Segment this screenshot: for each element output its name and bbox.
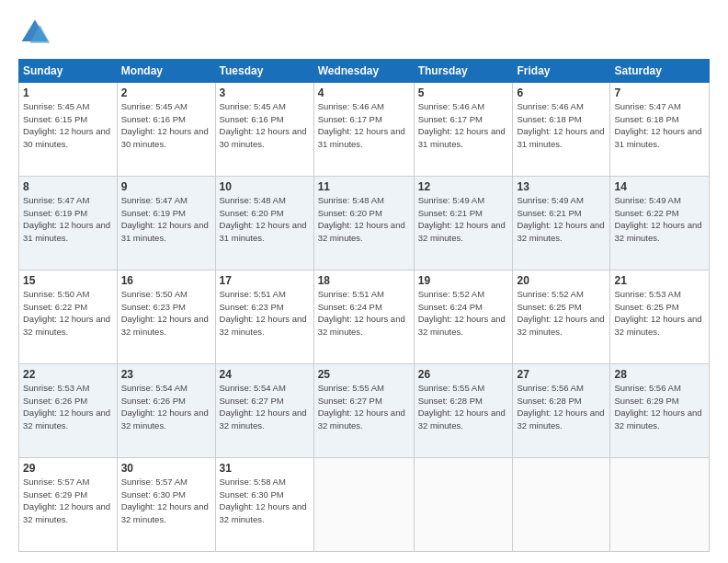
day-header-monday: Monday xyxy=(117,60,215,83)
day-info: Sunrise: 5:56 AMSunset: 6:28 PMDaylight:… xyxy=(517,383,604,431)
day-info: Sunrise: 5:47 AMSunset: 6:18 PMDaylight:… xyxy=(614,101,701,149)
day-number: 20 xyxy=(517,273,606,288)
day-info: Sunrise: 5:52 AMSunset: 6:24 PMDaylight:… xyxy=(418,289,506,337)
week-row-1: 1Sunrise: 5:45 AMSunset: 6:15 PMDaylight… xyxy=(19,83,710,177)
day-info: Sunrise: 5:57 AMSunset: 6:30 PMDaylight:… xyxy=(121,477,209,524)
day-info: Sunrise: 5:49 AMSunset: 6:21 PMDaylight:… xyxy=(418,195,506,243)
calendar-cell: 28Sunrise: 5:56 AMSunset: 6:29 PMDayligh… xyxy=(610,364,710,458)
calendar-cell: 13Sunrise: 5:49 AMSunset: 6:21 PMDayligh… xyxy=(513,177,610,270)
logo xyxy=(18,17,55,50)
calendar-cell: 30Sunrise: 5:57 AMSunset: 6:30 PMDayligh… xyxy=(117,458,215,552)
calendar-cell: 16Sunrise: 5:50 AMSunset: 6:23 PMDayligh… xyxy=(117,270,215,364)
day-number: 14 xyxy=(614,179,705,194)
day-info: Sunrise: 5:55 AMSunset: 6:28 PMDaylight:… xyxy=(418,383,506,431)
calendar-cell: 1Sunrise: 5:45 AMSunset: 6:15 PMDaylight… xyxy=(19,83,118,177)
day-info: Sunrise: 5:53 AMSunset: 6:25 PMDaylight:… xyxy=(614,289,701,337)
day-number: 31 xyxy=(220,461,310,476)
calendar-cell: 5Sunrise: 5:46 AMSunset: 6:17 PMDaylight… xyxy=(414,83,513,177)
calendar-cell: 29Sunrise: 5:57 AMSunset: 6:29 PMDayligh… xyxy=(19,458,118,552)
day-info: Sunrise: 5:49 AMSunset: 6:22 PMDaylight:… xyxy=(614,195,701,243)
calendar-cell: 17Sunrise: 5:51 AMSunset: 6:23 PMDayligh… xyxy=(215,270,313,364)
day-number: 6 xyxy=(517,86,606,100)
logo-icon xyxy=(18,17,51,50)
day-info: Sunrise: 5:45 AMSunset: 6:16 PMDaylight:… xyxy=(121,101,209,149)
calendar-cell: 6Sunrise: 5:46 AMSunset: 6:18 PMDaylight… xyxy=(513,83,610,177)
day-number: 26 xyxy=(418,367,509,382)
calendar-cell xyxy=(313,458,414,552)
calendar-cell: 15Sunrise: 5:50 AMSunset: 6:22 PMDayligh… xyxy=(19,270,118,364)
day-info: Sunrise: 5:49 AMSunset: 6:21 PMDaylight:… xyxy=(517,195,604,243)
calendar-cell: 9Sunrise: 5:47 AMSunset: 6:19 PMDaylight… xyxy=(117,177,215,270)
day-number: 7 xyxy=(614,86,705,100)
day-info: Sunrise: 5:46 AMSunset: 6:17 PMDaylight:… xyxy=(418,101,506,149)
day-info: Sunrise: 5:47 AMSunset: 6:19 PMDaylight:… xyxy=(121,195,209,243)
week-row-5: 29Sunrise: 5:57 AMSunset: 6:29 PMDayligh… xyxy=(19,458,710,552)
day-number: 29 xyxy=(23,461,113,476)
day-info: Sunrise: 5:47 AMSunset: 6:19 PMDaylight:… xyxy=(23,195,110,243)
day-info: Sunrise: 5:46 AMSunset: 6:17 PMDaylight:… xyxy=(318,101,405,149)
calendar-body: 1Sunrise: 5:45 AMSunset: 6:15 PMDaylight… xyxy=(19,83,710,552)
day-header-sunday: Sunday xyxy=(19,60,118,83)
header xyxy=(18,17,710,50)
day-info: Sunrise: 5:50 AMSunset: 6:22 PMDaylight:… xyxy=(23,289,110,337)
calendar-cell: 12Sunrise: 5:49 AMSunset: 6:21 PMDayligh… xyxy=(414,177,513,270)
day-number: 22 xyxy=(23,367,113,382)
day-info: Sunrise: 5:48 AMSunset: 6:20 PMDaylight:… xyxy=(220,195,307,243)
day-number: 12 xyxy=(418,179,509,194)
calendar-cell xyxy=(414,458,513,552)
day-number: 25 xyxy=(318,367,410,382)
calendar-cell: 4Sunrise: 5:46 AMSunset: 6:17 PMDaylight… xyxy=(313,83,414,177)
day-info: Sunrise: 5:55 AMSunset: 6:27 PMDaylight:… xyxy=(318,383,405,431)
day-number: 4 xyxy=(318,86,410,100)
day-number: 21 xyxy=(614,273,705,288)
day-number: 5 xyxy=(418,86,509,100)
calendar-cell: 8Sunrise: 5:47 AMSunset: 6:19 PMDaylight… xyxy=(19,177,118,270)
day-number: 18 xyxy=(318,273,410,288)
day-number: 9 xyxy=(121,179,211,194)
day-header-friday: Friday xyxy=(513,60,610,83)
week-row-4: 22Sunrise: 5:53 AMSunset: 6:26 PMDayligh… xyxy=(19,364,710,458)
day-number: 13 xyxy=(517,179,606,194)
calendar-cell: 23Sunrise: 5:54 AMSunset: 6:26 PMDayligh… xyxy=(117,364,215,458)
day-info: Sunrise: 5:50 AMSunset: 6:23 PMDaylight:… xyxy=(121,289,209,337)
calendar-cell: 21Sunrise: 5:53 AMSunset: 6:25 PMDayligh… xyxy=(610,270,710,364)
calendar-cell: 2Sunrise: 5:45 AMSunset: 6:16 PMDaylight… xyxy=(117,83,215,177)
calendar-cell: 25Sunrise: 5:55 AMSunset: 6:27 PMDayligh… xyxy=(313,364,414,458)
day-info: Sunrise: 5:51 AMSunset: 6:24 PMDaylight:… xyxy=(318,289,405,337)
day-info: Sunrise: 5:54 AMSunset: 6:27 PMDaylight:… xyxy=(220,383,307,431)
calendar-cell xyxy=(610,458,710,552)
day-info: Sunrise: 5:53 AMSunset: 6:26 PMDaylight:… xyxy=(23,383,110,431)
day-info: Sunrise: 5:57 AMSunset: 6:29 PMDaylight:… xyxy=(23,477,110,524)
day-info: Sunrise: 5:54 AMSunset: 6:26 PMDaylight:… xyxy=(121,383,209,431)
day-header-saturday: Saturday xyxy=(610,60,710,83)
calendar-cell: 11Sunrise: 5:48 AMSunset: 6:20 PMDayligh… xyxy=(313,177,414,270)
calendar-cell: 31Sunrise: 5:58 AMSunset: 6:30 PMDayligh… xyxy=(215,458,313,552)
calendar-cell: 7Sunrise: 5:47 AMSunset: 6:18 PMDaylight… xyxy=(610,83,710,177)
day-info: Sunrise: 5:46 AMSunset: 6:18 PMDaylight:… xyxy=(517,101,604,149)
day-number: 10 xyxy=(220,179,310,194)
day-number: 24 xyxy=(220,367,310,382)
day-number: 28 xyxy=(614,367,705,382)
calendar-cell: 3Sunrise: 5:45 AMSunset: 6:16 PMDaylight… xyxy=(215,83,313,177)
day-number: 2 xyxy=(121,86,211,100)
calendar-cell: 24Sunrise: 5:54 AMSunset: 6:27 PMDayligh… xyxy=(215,364,313,458)
calendar-cell: 14Sunrise: 5:49 AMSunset: 6:22 PMDayligh… xyxy=(610,177,710,270)
day-number: 23 xyxy=(121,367,211,382)
week-row-2: 8Sunrise: 5:47 AMSunset: 6:19 PMDaylight… xyxy=(19,177,710,270)
calendar-cell: 10Sunrise: 5:48 AMSunset: 6:20 PMDayligh… xyxy=(215,177,313,270)
day-number: 1 xyxy=(23,86,113,100)
day-number: 19 xyxy=(418,273,509,288)
calendar-cell: 19Sunrise: 5:52 AMSunset: 6:24 PMDayligh… xyxy=(414,270,513,364)
calendar-table: SundayMondayTuesdayWednesdayThursdayFrid… xyxy=(18,59,710,552)
day-number: 27 xyxy=(517,367,606,382)
calendar-cell: 27Sunrise: 5:56 AMSunset: 6:28 PMDayligh… xyxy=(513,364,610,458)
day-number: 30 xyxy=(121,461,211,476)
calendar-header: SundayMondayTuesdayWednesdayThursdayFrid… xyxy=(19,60,710,83)
page: SundayMondayTuesdayWednesdayThursdayFrid… xyxy=(0,0,728,563)
calendar-cell: 20Sunrise: 5:52 AMSunset: 6:25 PMDayligh… xyxy=(513,270,610,364)
day-info: Sunrise: 5:51 AMSunset: 6:23 PMDaylight:… xyxy=(220,289,307,337)
day-number: 16 xyxy=(121,273,211,288)
week-row-3: 15Sunrise: 5:50 AMSunset: 6:22 PMDayligh… xyxy=(19,270,710,364)
day-info: Sunrise: 5:48 AMSunset: 6:20 PMDaylight:… xyxy=(318,195,405,243)
day-info: Sunrise: 5:56 AMSunset: 6:29 PMDaylight:… xyxy=(614,383,701,431)
